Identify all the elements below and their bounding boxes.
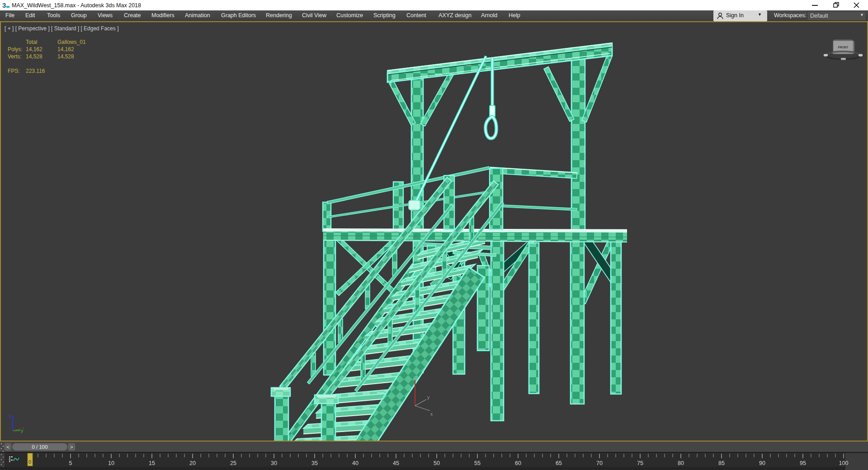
- svg-text:z: z: [413, 375, 415, 380]
- svg-text:60: 60: [515, 460, 521, 466]
- svg-text:x: x: [430, 412, 433, 417]
- svg-text:5: 5: [69, 460, 72, 466]
- svg-text:z: z: [9, 414, 11, 419]
- svg-text:10: 10: [108, 460, 114, 466]
- svg-text:x: x: [22, 426, 24, 430]
- svg-text:100: 100: [839, 460, 849, 466]
- svg-text:35: 35: [311, 460, 318, 466]
- svg-text:55: 55: [474, 460, 481, 466]
- svg-text:40: 40: [352, 460, 359, 466]
- svg-text:y: y: [427, 395, 429, 400]
- svg-text:FRONT: FRONT: [838, 46, 848, 49]
- svg-text:30: 30: [271, 460, 277, 466]
- svg-text:85: 85: [718, 460, 725, 466]
- svg-text:45: 45: [393, 460, 399, 466]
- svg-text:90: 90: [759, 460, 765, 466]
- svg-text:3: 3: [2, 1, 6, 9]
- svg-text:50: 50: [434, 460, 440, 466]
- svg-text:80: 80: [678, 460, 684, 466]
- svg-text:MAX_WildWest_158.max - Autodes: MAX_WildWest_158.max - Autodesk 3ds Max …: [12, 2, 141, 9]
- svg-text:20: 20: [189, 460, 196, 466]
- svg-text:70: 70: [596, 460, 603, 466]
- svg-text:25: 25: [230, 460, 236, 466]
- svg-text:15: 15: [149, 460, 155, 466]
- svg-text:75: 75: [637, 460, 643, 466]
- svg-text:0: 0: [28, 459, 31, 465]
- svg-text:65: 65: [556, 460, 562, 466]
- svg-text:95: 95: [800, 460, 806, 466]
